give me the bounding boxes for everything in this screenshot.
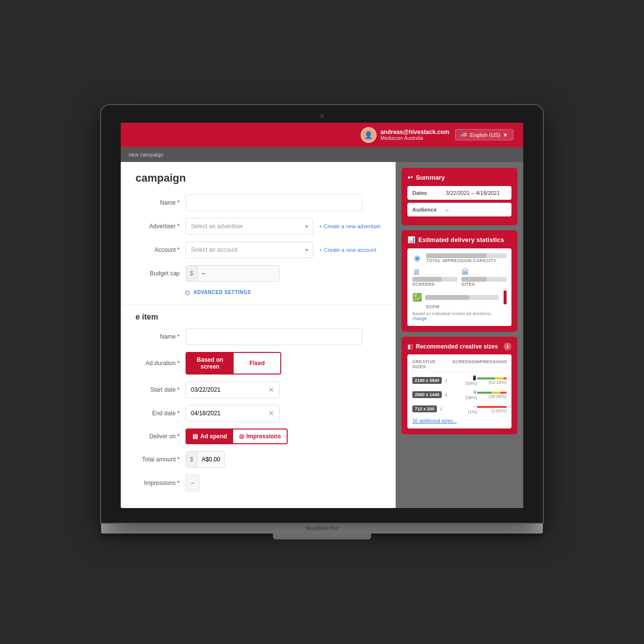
campaign-name-input[interactable]	[186, 194, 362, 211]
size-badge-1: 2160 x 3840	[412, 377, 442, 384]
total-impression-label: TOTAL IMPRESSION CAPACITY	[426, 258, 507, 263]
budget-prefix: $	[186, 266, 198, 281]
screens-pct-2: 🖥 (38%)	[453, 390, 477, 400]
screens-fill	[412, 277, 442, 282]
fixed-button[interactable]: Fixed	[234, 353, 281, 374]
bar-red-3	[477, 406, 507, 408]
impressions-icon: ◎	[239, 433, 244, 440]
user-info: 👤 andreas@hivestack.com Mediacom Austral…	[361, 127, 449, 143]
account-select[interactable]: Select an account	[186, 242, 313, 258]
clear-end-date-icon[interactable]: ✕	[268, 409, 274, 417]
settings-icon: ⊙	[185, 289, 190, 296]
ad-spend-label: Ad spend	[200, 433, 227, 440]
delivery-card: 📊 Estimated delivery statistics ◉	[402, 230, 517, 332]
divider	[121, 304, 396, 305]
advertiser-select-wrapper: Select an advertiser ▼	[186, 218, 313, 235]
audience-value: –	[446, 207, 449, 213]
chevron-down-icon: ▼	[503, 132, 508, 138]
screen: 👤 andreas@hivestack.com Mediacom Austral…	[121, 123, 523, 508]
deliver-on-row: Deliver on * ▤ Ad spend ◎ Impressions	[135, 429, 381, 444]
screens-sites-row: 🖥 SCREENS 🏛	[412, 268, 507, 287]
creative-icon: ◧	[407, 343, 413, 350]
size-badge-3: 712 x 200	[412, 405, 437, 412]
change-link[interactable]: change	[412, 316, 427, 321]
create-account-link[interactable]: + Create a new account	[319, 247, 376, 253]
advertiser-label: Advertiser *	[135, 223, 180, 230]
impressions-button[interactable]: ◎ Impressions	[233, 429, 287, 443]
screen-bezel: 👤 andreas@hivestack.com Mediacom Austral…	[101, 105, 543, 523]
creative-size-row: 2160 x 3840 ℹ 📱 (58%)	[412, 376, 507, 386]
create-advertiser-link[interactable]: + Create a new advertiser	[319, 223, 381, 229]
ecpm-red-bar	[504, 291, 507, 304]
budget-input[interactable]	[198, 270, 279, 277]
summary-title: Summary	[416, 174, 445, 181]
end-date-input[interactable]	[191, 410, 265, 417]
name-row: Name *	[135, 194, 381, 211]
main-content: campaign Name * Advertiser *	[121, 162, 523, 508]
summary-audience-row: Audience –	[407, 203, 511, 216]
app-header: 👤 andreas@hivestack.com Mediacom Austral…	[121, 123, 523, 147]
line-item-name-label: Name *	[135, 333, 180, 340]
total-value: A$0.00	[198, 456, 224, 463]
eye-icon: ◉	[412, 253, 422, 263]
breadcrumb: new campaign	[129, 152, 163, 158]
bar-red-2	[501, 392, 507, 394]
start-date-wrapper: ✕	[186, 381, 280, 398]
impressions-pct-1: (53.18%)	[477, 376, 507, 385]
ecpm-row: 💹	[412, 291, 507, 304]
dates-value: 3/22/2021 – 4/18/2021	[446, 190, 500, 196]
size-info-icon-3[interactable]: ℹ	[440, 406, 442, 412]
line-item-name-input[interactable]	[186, 328, 362, 345]
name-label: Name *	[135, 199, 180, 206]
bar-yellow-2	[492, 392, 501, 394]
total-impression-bar-wrapper: TOTAL IMPRESSION CAPACITY	[426, 253, 507, 263]
form-area: campaign Name * Advertiser *	[121, 162, 396, 508]
start-date-input[interactable]	[191, 386, 265, 393]
start-date-row: Start date * ✕	[135, 381, 381, 398]
creative-card-header: ◧ Recommended creative sizes ℹ	[407, 343, 511, 350]
laptop-base: MacBook Pro	[101, 523, 543, 534]
ad-duration-toggle: Based on screen Fixed	[186, 352, 281, 375]
additional-sizes-link[interactable]: 16 additional sizes...	[412, 418, 507, 424]
size-info-icon-1[interactable]: ℹ	[445, 378, 447, 383]
impressions-pct-text-1: (53.18%)	[488, 380, 507, 385]
creative-size-col: 2160 x 3840 ℹ	[412, 377, 453, 384]
sites-fill	[461, 277, 486, 282]
ecpm-icon: 💹	[412, 293, 422, 302]
impressions-label: Impressions *	[135, 480, 180, 486]
ad-spend-button[interactable]: ▤ Ad spend	[187, 429, 233, 443]
total-amount-row: Total amount * $ A$0.00	[135, 451, 381, 468]
creative-info-button[interactable]: ℹ	[504, 343, 511, 350]
page-title: campaign	[135, 172, 381, 185]
user-company: Mediacom Australia	[380, 135, 449, 141]
summary-dates-row: Dates 3/22/2021 – 4/18/2021	[407, 186, 511, 200]
creative-size-col-3: 712 x 200 ℹ	[412, 405, 453, 412]
impressions-bar-1	[477, 377, 507, 379]
impressions-pct-text-3: (2.82%)	[491, 408, 507, 413]
bar-yellow-1	[495, 377, 504, 379]
advanced-settings-row[interactable]: ⊙ ADVANCED SETTINGS	[185, 289, 381, 296]
impressions-bar-2	[477, 392, 507, 394]
size-info-icon-2[interactable]: ℹ	[445, 392, 447, 398]
bar-green-2	[477, 392, 492, 394]
impressions-value: –	[186, 475, 200, 491]
sites-label: SITES	[461, 282, 507, 287]
ad-duration-row: Ad duration * Based on screen Fixed	[135, 352, 381, 375]
laptop-frame: 👤 andreas@hivestack.com Mediacom Austral…	[101, 105, 543, 539]
impressions-bar-3	[477, 406, 507, 408]
creative-sizes-card: ◧ Recommended creative sizes ℹ CREATIVE …	[402, 337, 517, 434]
clear-start-date-icon[interactable]: ✕	[268, 386, 274, 394]
account-row: Account * Select an account ▼ + Create a…	[135, 242, 381, 258]
summary-card: ↩ Summary Dates 3/22/2021 – 4/18/2021 Au…	[402, 168, 517, 225]
screens-pct-val-1: 📱	[453, 376, 477, 380]
screens-pct-3: — (1%)	[453, 404, 477, 414]
advertiser-select[interactable]: Select an advertiser	[186, 218, 313, 235]
screens-metric: 🖥 SCREENS	[412, 268, 457, 287]
screens-pct-text-1: (58%)	[465, 381, 477, 386]
based-on-screen-button[interactable]: Based on screen	[187, 353, 234, 374]
total-impression-bar	[426, 253, 507, 258]
language-button[interactable]: 🇺🇸 English (US) ▼	[455, 129, 513, 140]
laptop-brand: MacBook Pro	[306, 525, 338, 531]
impressions-pct-text-2: (38.09%)	[488, 394, 507, 399]
impressions-pct-3: (2.82%)	[477, 405, 507, 413]
